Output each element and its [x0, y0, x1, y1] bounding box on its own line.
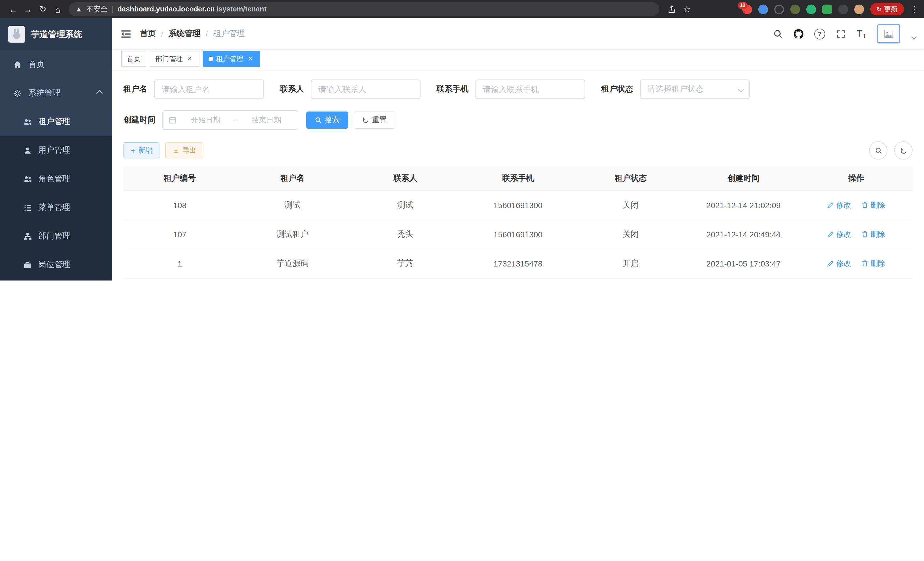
user-avatar[interactable] [877, 24, 900, 44]
delete-link[interactable]: 删除 [861, 229, 885, 240]
created-cell: 2021-12-14 21:02:09 [687, 191, 800, 220]
extensions-area: 10 ↻ 更新 ⋮ [742, 3, 918, 15]
browser-update-button[interactable]: ↻ 更新 [870, 3, 904, 15]
edit-link[interactable]: 修改 [827, 200, 851, 211]
chevron-down-icon [738, 86, 745, 93]
sidebar-collapse-icon[interactable] [112, 28, 140, 39]
avatar-dropdown-icon[interactable] [911, 34, 917, 39]
tenant-name-cell: 芋道源码 [236, 249, 349, 278]
sidebar-item-dict-management[interactable]: 字典管理 [0, 279, 112, 281]
tenant-id-cell: 1 [123, 249, 236, 278]
sidebar-item-role-management[interactable]: 角色管理 [0, 165, 112, 193]
sidebar-item-dept-management[interactable]: 部门管理 [0, 222, 112, 250]
browser-home-icon[interactable]: ⌂ [50, 4, 65, 14]
col-created: 创建时间 [687, 166, 800, 191]
contact-cell: 测试 [349, 191, 462, 220]
status-select[interactable]: 请选择租户状态 [640, 80, 750, 99]
help-icon[interactable]: ? [814, 28, 825, 39]
actions-cell: 修改 删除 [800, 220, 913, 249]
tags-view: 首页 部门管理 × 租户管理 × [112, 49, 924, 69]
export-button[interactable]: 导出 [165, 142, 203, 158]
extension-icon-3[interactable] [774, 4, 784, 14]
breadcrumb-current: 租户管理 [213, 29, 245, 39]
status-cell: 关闭 [574, 220, 687, 249]
refresh-icon[interactable] [894, 141, 913, 159]
browser-profile-avatar[interactable] [854, 4, 864, 14]
url-path: /system/tenant [217, 5, 267, 13]
address-bar[interactable]: ▲ 不安全 | dashboard.yudao.iocoder.cn/syste… [69, 2, 659, 16]
extension-icon-2[interactable] [758, 4, 768, 14]
url-host: dashboard.yudao.iocoder.cn [117, 5, 214, 13]
edit-link[interactable]: 修改 [827, 229, 851, 240]
tenant-name-input[interactable] [154, 80, 264, 99]
end-date-placeholder: 结束日期 [241, 115, 292, 125]
share-icon[interactable] [668, 5, 676, 14]
reset-button[interactable]: 重置 [354, 111, 395, 129]
sidebar-item-system-management[interactable]: 系统管理 [0, 79, 112, 108]
tab-home[interactable]: 首页 [121, 51, 146, 67]
screen: ← → ↻ ⌂ ▲ 不安全 | dashboard.yudao.iocoder.… [0, 0, 924, 281]
contact-cell: 芋艿 [349, 249, 462, 278]
gear-icon [13, 89, 22, 98]
tenant-name-cell: 测试租户 [236, 220, 349, 249]
security-label: 不安全 [86, 4, 108, 14]
sidebar-item-menu-management[interactable]: 菜单管理 [0, 193, 112, 222]
phone-input[interactable] [476, 80, 585, 99]
extension-icon-7[interactable] [838, 4, 848, 14]
edit-link[interactable]: 修改 [827, 259, 851, 269]
created-cell: 2021-12-14 20:49:44 [687, 220, 800, 249]
tab-tenant-management[interactable]: 租户管理 × [203, 51, 260, 67]
tenant-name-label: 租户名 [123, 84, 147, 94]
col-actions: 操作 [800, 166, 913, 191]
header-search-icon[interactable] [773, 29, 783, 39]
col-phone: 联系手机 [462, 166, 574, 191]
browser-back-icon[interactable]: ← [6, 4, 21, 14]
logo[interactable]: 芋道管理系统 [0, 18, 112, 50]
phone-cell: 15601691300 [462, 220, 574, 249]
bookmark-star-icon[interactable]: ☆ [683, 4, 691, 14]
contact-input[interactable] [311, 80, 421, 99]
table-row: 108 测试 测试 15601691300 关闭 2021-12-14 21:0… [123, 191, 913, 220]
add-button[interactable]: + 新增 [123, 142, 159, 158]
extension-icon-4[interactable] [790, 4, 800, 14]
browser-forward-icon[interactable]: → [21, 4, 35, 14]
phone-cell: 17321315478 [462, 249, 574, 278]
col-contact: 联系人 [349, 166, 462, 191]
phone-label: 联系手机 [436, 84, 469, 94]
fullscreen-icon[interactable] [836, 29, 846, 39]
extension-icon-5[interactable] [806, 4, 816, 14]
toggle-search-icon[interactable] [869, 141, 887, 159]
browser-reload-icon[interactable]: ↻ [35, 4, 50, 14]
extension-icon-6[interactable] [822, 4, 832, 14]
delete-link[interactable]: 删除 [861, 200, 885, 211]
sidebar-item-post-management[interactable]: 岗位管理 [0, 250, 112, 279]
close-icon[interactable]: × [246, 55, 254, 63]
date-range-picker[interactable]: 开始日期 - 结束日期 [162, 110, 298, 130]
sidebar-item-user-management[interactable]: 用户管理 [0, 136, 112, 165]
table-row: 1 芋道源码 芋艿 17321315478 开启 2021-01-05 17:0… [123, 249, 913, 278]
table-toolbar: + 新增 导出 [123, 141, 913, 159]
breadcrumb-system[interactable]: 系统管理 [169, 29, 201, 39]
tab-dept-management[interactable]: 部门管理 × [150, 51, 200, 67]
contact-label: 联系人 [280, 84, 304, 94]
table-header-row: 租户编号 租户名 联系人 联系手机 租户状态 创建时间 操作 [123, 166, 913, 191]
security-warning-icon: ▲ [75, 5, 82, 13]
tenant-id-cell: 108 [123, 191, 236, 220]
contact-cell: 秃头 [349, 220, 462, 249]
extension-icon-1[interactable]: 10 [742, 4, 752, 14]
user-icon [23, 146, 32, 155]
github-icon[interactable] [794, 29, 803, 39]
phone-cell: 15601691300 [462, 191, 574, 220]
browser-menu-icon[interactable]: ⋮ [910, 5, 918, 14]
close-icon[interactable]: × [186, 55, 194, 63]
sidebar-item-tenant-management[interactable]: 租户管理 [0, 108, 112, 136]
chevron-up-icon [96, 90, 103, 97]
delete-link[interactable]: 删除 [861, 259, 885, 269]
org-tree-icon [23, 232, 32, 241]
col-tenant-name: 租户名 [236, 166, 349, 191]
font-size-icon[interactable]: TT [856, 29, 866, 39]
breadcrumb-home[interactable]: 首页 [140, 29, 156, 39]
search-button[interactable]: 搜索 [306, 111, 348, 129]
sidebar: 芋道管理系统 首页 系统管理 租户管理 用户管理 角色管理 [0, 18, 112, 281]
sidebar-item-home[interactable]: 首页 [0, 50, 112, 79]
